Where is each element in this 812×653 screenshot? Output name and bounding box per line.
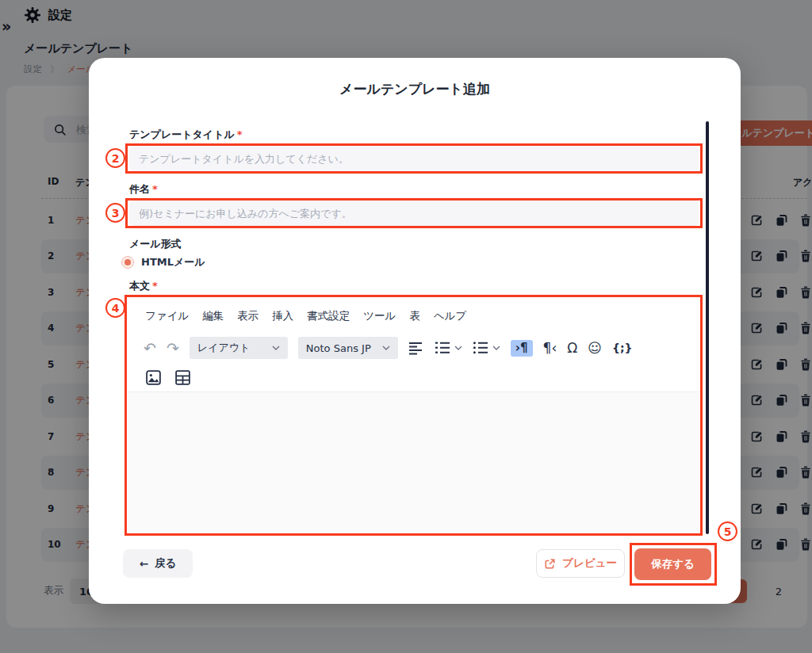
editor-menu-item[interactable]: ファイル	[145, 309, 189, 323]
required-asterisk: *	[152, 183, 158, 195]
code-sample-icon[interactable]: {;}	[612, 342, 633, 353]
preview-button[interactable]: プレビュー	[536, 549, 625, 578]
editor-menu-item[interactable]: 挿入	[272, 309, 293, 323]
add-template-modal: メールテンプレート追加 テンプレートタイトル* 件名* メール形式 HTMLメー…	[89, 58, 741, 604]
body-richtext-editor: ファイル編集表示挿入書式設定ツール表ヘルプ ↶ ↷ レイアウト Noto San…	[128, 298, 699, 533]
chevron-down-icon	[382, 346, 390, 350]
required-asterisk: *	[237, 128, 243, 140]
editor-menu-item[interactable]: ツール	[363, 309, 396, 323]
template-title-input[interactable]	[129, 146, 699, 171]
back-button[interactable]: ← 戻る	[123, 549, 193, 578]
ordered-list-icon[interactable]	[435, 341, 450, 355]
modal-title: メールテンプレート追加	[89, 80, 741, 98]
mail-format-label: メール形式	[129, 237, 182, 251]
required-asterisk: *	[152, 280, 158, 292]
editor-menu-item[interactable]: 書式設定	[307, 309, 350, 323]
font-family-select[interactable]: Noto Sans JP	[298, 337, 398, 359]
radio-selected-icon[interactable]	[121, 256, 134, 269]
special-character-icon[interactable]: Ω	[567, 342, 577, 355]
emoji-icon[interactable]: ☺	[588, 342, 602, 355]
chevron-down-icon	[272, 346, 280, 350]
chevron-down-icon[interactable]	[454, 346, 462, 350]
template-title-label: テンプレートタイトル*	[129, 128, 243, 142]
arrow-left-icon: ←	[140, 557, 148, 570]
ltr-direction-icon[interactable]: ›¶	[511, 340, 533, 357]
modal-scrollbar[interactable]	[706, 121, 709, 534]
undo-icon[interactable]: ↶	[144, 341, 156, 356]
editor-menu-item[interactable]: 表	[409, 309, 420, 323]
mail-format-option-label: HTMLメール	[141, 255, 205, 269]
body-label: 本文*	[129, 279, 158, 293]
editor-menu-item[interactable]: 表示	[237, 309, 259, 323]
rtl-direction-icon[interactable]: ¶‹	[543, 342, 557, 355]
chevron-down-icon[interactable]	[492, 346, 500, 350]
editor-menu-item[interactable]: 編集	[202, 309, 224, 323]
insert-image-icon[interactable]	[145, 369, 162, 386]
mail-format-radio-row: HTMLメール	[121, 255, 205, 269]
subject-label: 件名*	[129, 182, 158, 197]
editor-toolbar-row2	[145, 369, 191, 386]
editor-menu-item[interactable]: ヘルプ	[434, 309, 466, 323]
align-left-icon[interactable]	[408, 342, 424, 355]
subject-input[interactable]	[129, 200, 699, 226]
bullet-list-icon[interactable]	[473, 341, 488, 355]
editor-toolbar: ↶ ↷ レイアウト Noto Sans JP	[144, 336, 632, 360]
insert-table-icon[interactable]	[174, 369, 191, 386]
external-link-icon	[544, 558, 556, 570]
redo-icon[interactable]: ↷	[167, 341, 179, 356]
editor-content-area[interactable]	[128, 391, 699, 533]
app-root: 設定 » メールテンプレート 設定 〉 メールテンプレート メールテンプレート追…	[0, 0, 812, 653]
editor-menubar: ファイル編集表示挿入書式設定ツール表ヘルプ	[145, 309, 466, 323]
save-button[interactable]: 保存する	[634, 548, 711, 580]
layout-select[interactable]: レイアウト	[190, 337, 288, 359]
